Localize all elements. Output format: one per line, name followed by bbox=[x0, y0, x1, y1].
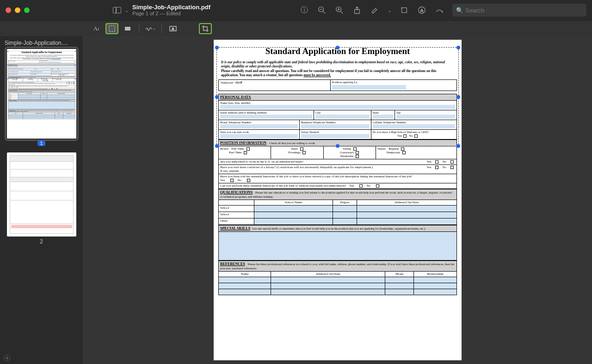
svg-text:A: A bbox=[172, 27, 174, 31]
chevron-down-icon[interactable]: ⌄ bbox=[125, 8, 129, 13]
svg-text:A: A bbox=[420, 8, 423, 13]
personal-data-table: PERSONAL DATA Name (last, first, middle)… bbox=[218, 94, 457, 140]
redact-tool[interactable] bbox=[121, 23, 134, 34]
crop-tool[interactable] bbox=[199, 23, 212, 34]
position-info-table: POSITION INFORMATION Check all that you … bbox=[8, 76, 74, 90]
sidebar-title: Simple-Job-Application.... bbox=[3, 39, 80, 49]
markup-toolbar: AI ⌄ A bbox=[0, 20, 592, 36]
svg-rect-12 bbox=[109, 26, 115, 31]
employer-table: "Employer" dvdf Position applying for bbox=[218, 79, 457, 91]
titlebar: ⌄ Simple-Job-Application.pdf Page 1 of 2… bbox=[0, 0, 592, 20]
qualifications-table: QUALIFICATIONS Please list any education… bbox=[218, 189, 457, 225]
references-table: REFERENCES Please list three professiona… bbox=[218, 261, 457, 295]
svg-line-1 bbox=[323, 12, 326, 14]
page-1: Standard Application for Employment It i… bbox=[214, 40, 462, 360]
skills-table: SPECIAL SKILLS List any special skills o… bbox=[8, 99, 74, 109]
doc-intro: It is our policy to comply with all appl… bbox=[9, 55, 74, 60]
personal-data-table: PERSONAL DATA Name (last, first, middle)… bbox=[8, 64, 74, 76]
references-table: REFERENCES Please list three professiona… bbox=[8, 109, 74, 119]
thumbnail-page-1[interactable]: Standard Application for Employment It i… bbox=[3, 49, 80, 147]
rotate-icon[interactable] bbox=[400, 6, 409, 15]
position-info-table: POSITION INFORMATION Check all that you … bbox=[218, 140, 457, 189]
crop-selection[interactable] bbox=[7, 51, 75, 79]
zoom-in-icon[interactable] bbox=[335, 6, 344, 15]
search-box[interactable]: 🔍 bbox=[452, 4, 586, 17]
markup-icon[interactable] bbox=[435, 6, 444, 15]
close-window[interactable] bbox=[6, 7, 11, 13]
sign-tool[interactable]: ⌄ bbox=[144, 23, 157, 34]
sidebar-toggle-icon[interactable] bbox=[113, 7, 121, 13]
employer-value: dvdf bbox=[13, 61, 15, 62]
document-title: Simple-Job-Application.pdf Page 1 of 2 —… bbox=[132, 4, 210, 17]
search-icon: 🔍 bbox=[456, 7, 463, 14]
form-icon[interactable]: A bbox=[417, 6, 426, 15]
text-tool[interactable]: AI bbox=[90, 23, 103, 34]
doc-title: Standard Application for Employment bbox=[218, 46, 457, 56]
skills-table: SPECIAL SKILLS List any special skills o… bbox=[218, 225, 457, 261]
doc-title: Standard Application for Employment bbox=[8, 51, 74, 54]
doc-intro: It is our policy to comply with all appl… bbox=[221, 60, 454, 78]
highlight-menu-chevron[interactable]: ⌄ bbox=[388, 8, 391, 13]
info-icon[interactable]: ⓘ bbox=[300, 6, 309, 15]
document-viewport[interactable]: Standard Application for Employment It i… bbox=[83, 36, 592, 364]
employer-value: dvdf bbox=[235, 80, 242, 85]
zoom-out-icon[interactable] bbox=[317, 6, 327, 15]
svg-point-11 bbox=[442, 12, 443, 12]
search-input[interactable] bbox=[465, 7, 583, 14]
zoom-window[interactable] bbox=[24, 7, 30, 13]
qualifications-table: QUALIFICATIONS Please list any education… bbox=[8, 90, 74, 100]
svg-line-4 bbox=[341, 12, 343, 14]
share-icon[interactable] bbox=[352, 6, 362, 15]
selection-tool[interactable] bbox=[105, 23, 118, 34]
employer-table: "Employer" dvdf Position applying for bbox=[8, 60, 74, 63]
add-page-button[interactable]: + bbox=[4, 355, 10, 361]
highlight-icon[interactable] bbox=[370, 6, 379, 15]
text-box-tool[interactable]: A bbox=[166, 23, 179, 34]
thumbnail-page-2[interactable]: 2 bbox=[3, 152, 80, 245]
svg-rect-13 bbox=[125, 27, 130, 30]
thumbnail-sidebar: Simple-Job-Application.... Standard Appl… bbox=[0, 36, 83, 364]
minimize-window[interactable] bbox=[15, 7, 20, 13]
window-controls bbox=[6, 7, 30, 13]
